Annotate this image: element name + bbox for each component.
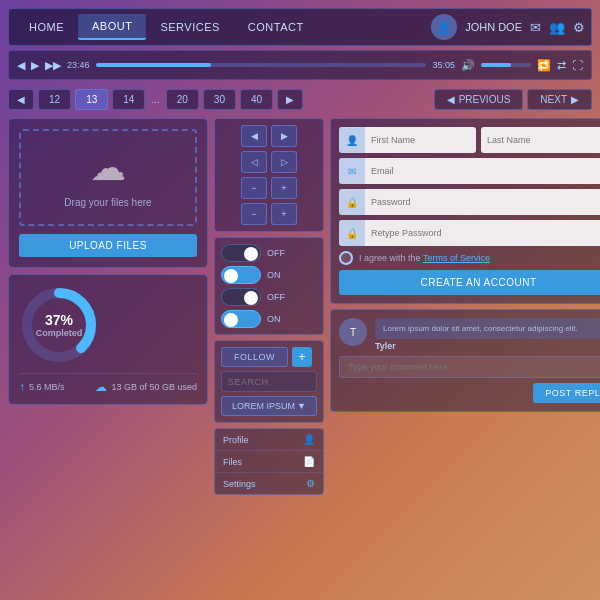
- stats-box: 37% Completed ↑ 5.6 MB/s ☁ 13 GB of 50 G…: [8, 274, 208, 405]
- toggle-4-label: ON: [267, 314, 281, 324]
- repeat-icon[interactable]: 🔁: [537, 59, 551, 72]
- post-reply-button[interactable]: POST REPLY: [533, 383, 600, 403]
- comment-input[interactable]: [339, 356, 600, 378]
- nav-contact[interactable]: CONTACT: [234, 15, 318, 39]
- lock2-icon: 🔒: [339, 220, 365, 246]
- menu-files-label: Files: [223, 457, 242, 467]
- terms-link[interactable]: Terms of Service: [423, 253, 490, 263]
- search-row: 🔍: [221, 371, 317, 392]
- prev-arrow-icon: ◀: [447, 94, 455, 105]
- fullscreen-icon[interactable]: ⛶: [572, 59, 583, 71]
- terms-radio[interactable]: [339, 251, 353, 265]
- terms-row: I agree with the Terms of Service: [339, 251, 600, 265]
- email-icon: ✉: [339, 158, 365, 184]
- social-group: FOLLOW + 🔍 LOREM IPSUM ▼: [214, 340, 324, 423]
- create-account-button[interactable]: CREATE AN ACCOUNT: [339, 270, 600, 295]
- menu-item-profile[interactable]: Profile 👤: [215, 429, 323, 451]
- page-20[interactable]: 20: [166, 89, 199, 110]
- terms-agree-text: I agree with the: [359, 253, 421, 263]
- plus-btn-1[interactable]: +: [271, 177, 297, 199]
- avatar: 👤: [431, 14, 457, 40]
- progress-bar[interactable]: [96, 63, 427, 67]
- toggle-4[interactable]: [221, 310, 261, 328]
- commenter-name: Tyler: [375, 341, 600, 351]
- follow-button[interactable]: FOLLOW: [221, 347, 288, 367]
- toggle-row-2: ON: [221, 266, 317, 284]
- follow-plus-button[interactable]: +: [292, 347, 312, 367]
- previous-label: PREVIOUS: [459, 94, 511, 105]
- speed-stat: ↑ 5.6 MB/s: [19, 380, 65, 394]
- users-icon[interactable]: 👥: [549, 20, 565, 35]
- shuffle-icon[interactable]: ⇄: [557, 59, 566, 72]
- lock-icon: 🔒: [339, 189, 365, 215]
- total-time: 35:05: [432, 60, 455, 70]
- minus-plus-row-1: − +: [221, 177, 317, 199]
- comment-box: T Lorem ipsum dolor sit amet, consectetu…: [330, 309, 600, 412]
- page-40[interactable]: 40: [240, 89, 273, 110]
- last-name-field: [481, 127, 600, 153]
- toggle-2-knob: [224, 269, 238, 283]
- page-ellipsis: ...: [149, 94, 161, 105]
- page-30[interactable]: 30: [203, 89, 236, 110]
- arrow-controls: ◀ ▶ ◁ ▷ − + − +: [214, 118, 324, 232]
- volume-bar[interactable]: [481, 63, 531, 67]
- pagination-bar: ◀ 12 13 14 ... 20 30 40 ▶ ◀ PREVIOUS NEX…: [8, 84, 592, 114]
- toggle-1[interactable]: [221, 244, 261, 262]
- settings-icon: ⚙: [306, 478, 315, 489]
- arrow-right-btn[interactable]: ▶: [271, 125, 297, 147]
- menu-item-settings[interactable]: Settings ⚙: [215, 473, 323, 494]
- lorem-ipsum-button[interactable]: LOREM IPSUM ▼: [221, 396, 317, 416]
- email-input[interactable]: [365, 166, 600, 176]
- stats-top: 37% Completed: [19, 285, 197, 365]
- nav-home[interactable]: HOME: [15, 15, 78, 39]
- volume-icon[interactable]: 🔊: [461, 59, 475, 72]
- mail-icon[interactable]: ✉: [530, 20, 541, 35]
- page-prev-arrow[interactable]: ◀: [8, 89, 34, 110]
- email-field: ✉: [339, 158, 600, 184]
- password-input[interactable]: [365, 197, 600, 207]
- nav-about[interactable]: ABOUT: [78, 14, 146, 40]
- comment-content: Lorem ipsum dolor sit amet, consectetur …: [375, 318, 600, 351]
- prev-track-btn[interactable]: ◀: [17, 59, 25, 72]
- minus-btn-2[interactable]: −: [241, 203, 267, 225]
- search-input[interactable]: [222, 373, 317, 391]
- page-next-arrow[interactable]: ▶: [277, 89, 303, 110]
- middle-column: ◀ ▶ ◁ ▷ − + − + OFF: [214, 118, 324, 495]
- play-btn[interactable]: ▶: [31, 59, 39, 72]
- toggle-2[interactable]: [221, 266, 261, 284]
- page-12[interactable]: 12: [38, 89, 71, 110]
- plus-btn-2[interactable]: +: [271, 203, 297, 225]
- stats-bottom: ↑ 5.6 MB/s ☁ 13 GB of 50 GB used: [19, 373, 197, 394]
- retype-password-input[interactable]: [365, 228, 600, 238]
- previous-btn[interactable]: ◀ PREVIOUS: [434, 89, 524, 110]
- upload-button[interactable]: UPLOAD FILES: [19, 234, 197, 257]
- page-14[interactable]: 14: [112, 89, 145, 110]
- next-btn[interactable]: NEXT ▶: [527, 89, 592, 110]
- dropdown-arrow-icon: ▼: [297, 401, 306, 411]
- menu-settings-label: Settings: [223, 479, 256, 489]
- arrow-left-btn[interactable]: ◀: [241, 125, 267, 147]
- page-13[interactable]: 13: [75, 89, 108, 110]
- minus-btn-1[interactable]: −: [241, 177, 267, 199]
- storage-icon: ☁: [95, 380, 107, 394]
- arrow-right2-btn[interactable]: ▷: [271, 151, 297, 173]
- arrow-left2-btn[interactable]: ◁: [241, 151, 267, 173]
- user-icon: 👤: [339, 127, 365, 153]
- menu-profile-label: Profile: [223, 435, 249, 445]
- percent-value: 37%: [45, 312, 73, 328]
- last-name-input[interactable]: [481, 135, 600, 145]
- profile-icon: 👤: [303, 434, 315, 445]
- drag-text: Drag your files here: [64, 197, 151, 208]
- toggle-row-3: OFF: [221, 288, 317, 306]
- upload-dropzone[interactable]: ☁ Drag your files here: [19, 129, 197, 226]
- donut-percent: 37% Completed: [36, 312, 83, 338]
- nav-services[interactable]: SERVICES: [146, 15, 233, 39]
- gear-icon[interactable]: ⚙: [573, 20, 585, 35]
- fast-forward-btn[interactable]: ▶▶: [45, 59, 61, 72]
- comment-header: T Lorem ipsum dolor sit amet, consectetu…: [339, 318, 600, 351]
- menu-item-files[interactable]: Files 📄: [215, 451, 323, 473]
- toggle-group: OFF ON OFF ON: [214, 237, 324, 335]
- toggle-3[interactable]: [221, 288, 261, 306]
- arrow-row-2: ◁ ▷: [221, 151, 317, 173]
- first-name-input[interactable]: [365, 135, 476, 145]
